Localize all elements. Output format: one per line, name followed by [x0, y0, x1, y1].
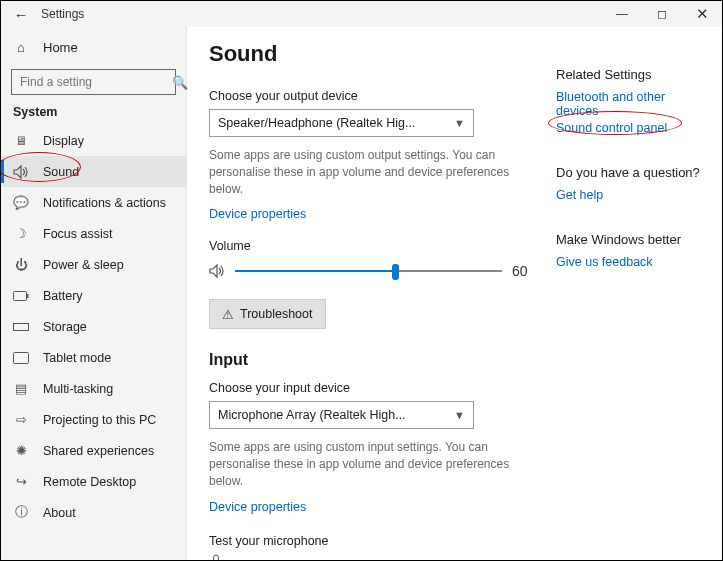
nav-item-tablet[interactable]: Tablet mode	[1, 342, 186, 373]
mic-test-label: Test your microphone	[209, 534, 532, 548]
sound-control-panel-link[interactable]: Sound control panel	[556, 121, 706, 135]
input-device-select[interactable]: Microphone Array (Realtek High... ▼	[209, 401, 474, 429]
output-device-select[interactable]: Speaker/Headphone (Realtek Hig... ▼	[209, 109, 474, 137]
close-button[interactable]: ✕	[682, 1, 722, 27]
output-device-label: Choose your output device	[209, 89, 532, 103]
nav-item-battery[interactable]: Battery	[1, 280, 186, 311]
svg-rect-0	[14, 291, 27, 300]
tablet-icon	[13, 352, 29, 364]
input-heading: Input	[209, 351, 532, 369]
better-title: Make Windows better	[556, 232, 706, 247]
nav-item-label: Storage	[43, 320, 87, 334]
nav-item-label: Focus assist	[43, 227, 112, 241]
volume-slider[interactable]	[235, 259, 502, 283]
display-icon: 🖥	[13, 134, 29, 148]
input-device-label: Choose your input device	[209, 381, 532, 395]
bluetooth-link[interactable]: Bluetooth and other devices	[556, 90, 706, 118]
nav-list: 🖥 Display Sound 💬 Notifications & action…	[1, 125, 186, 528]
home-icon: ⌂	[13, 40, 29, 55]
back-button[interactable]: ←	[1, 6, 41, 23]
nav-item-multitasking[interactable]: ▤ Multi-tasking	[1, 373, 186, 404]
nav-home[interactable]: ⌂ Home	[1, 33, 186, 61]
battery-icon	[13, 291, 29, 301]
nav-item-shared[interactable]: ✺ Shared experiences	[1, 435, 186, 466]
nav-item-notifications[interactable]: 💬 Notifications & actions	[1, 187, 186, 218]
nav-item-about[interactable]: ⓘ About	[1, 497, 186, 528]
get-help-link[interactable]: Get help	[556, 188, 706, 202]
input-hint: Some apps are using custom input setting…	[209, 439, 529, 489]
speaker-icon	[209, 264, 225, 278]
svg-rect-3	[14, 352, 29, 363]
nav-item-label: Battery	[43, 289, 83, 303]
storage-icon	[13, 323, 29, 331]
nav-item-label: Multi-tasking	[43, 382, 113, 396]
svg-rect-1	[27, 294, 29, 298]
output-hint: Some apps are using custom output settin…	[209, 147, 529, 197]
nav-item-label: Projecting to this PC	[43, 413, 156, 427]
nav-item-label: Shared experiences	[43, 444, 154, 458]
input-device-properties-link[interactable]: Device properties	[209, 500, 306, 514]
sidebar: ⌂ Home 🔍 System 🖥 Display Sound	[1, 27, 187, 560]
search-icon: 🔍	[172, 75, 188, 90]
nav-item-focus-assist[interactable]: ☽ Focus assist	[1, 218, 186, 249]
power-icon: ⏻	[13, 258, 29, 272]
maximize-button[interactable]: ◻	[642, 1, 682, 27]
feedback-link[interactable]: Give us feedback	[556, 255, 706, 269]
titlebar: ← Settings ― ◻ ✕	[1, 1, 722, 27]
category-label: System	[1, 105, 186, 125]
nav-item-label: Display	[43, 134, 84, 148]
right-panel: Related Settings Bluetooth and other dev…	[550, 27, 722, 560]
volume-value: 60	[512, 263, 532, 279]
nav-home-label: Home	[43, 40, 78, 55]
about-icon: ⓘ	[13, 504, 29, 521]
input-device-value: Microphone Array (Realtek High...	[218, 408, 406, 422]
output-device-value: Speaker/Headphone (Realtek Hig...	[218, 116, 415, 130]
nav-item-sound[interactable]: Sound	[1, 156, 186, 187]
share-icon: ✺	[13, 443, 29, 458]
minimize-button[interactable]: ―	[602, 1, 642, 27]
nav-item-display[interactable]: 🖥 Display	[1, 125, 186, 156]
content-area[interactable]: Sound Choose your output device Speaker/…	[187, 27, 550, 560]
search-input[interactable]	[18, 74, 172, 90]
output-device-properties-link[interactable]: Device properties	[209, 207, 306, 221]
page-title: Sound	[209, 41, 532, 67]
microphone-icon	[209, 554, 223, 560]
volume-label: Volume	[209, 239, 532, 253]
nav-item-label: Tablet mode	[43, 351, 111, 365]
nav-item-power[interactable]: ⏻ Power & sleep	[1, 249, 186, 280]
warning-icon: ⚠	[222, 307, 234, 322]
notifications-icon: 💬	[13, 195, 29, 210]
question-title: Do you have a question?	[556, 165, 706, 180]
chevron-down-icon: ▼	[454, 117, 465, 129]
nav-item-label: Sound	[43, 165, 79, 179]
svg-rect-4	[214, 555, 219, 560]
sound-icon	[13, 165, 29, 179]
settings-window: ← Settings ― ◻ ✕ ⌂ Home 🔍 System 🖥 Displ…	[0, 0, 723, 561]
nav-item-label: About	[43, 506, 76, 520]
focus-icon: ☽	[13, 226, 29, 241]
output-troubleshoot-button[interactable]: ⚠ Troubleshoot	[209, 299, 326, 329]
multitask-icon: ▤	[13, 381, 29, 396]
project-icon: ⇨	[13, 412, 29, 427]
nav-item-label: Notifications & actions	[43, 196, 166, 210]
search-box[interactable]: 🔍	[11, 69, 176, 95]
related-settings-title: Related Settings	[556, 67, 706, 82]
nav-item-label: Power & sleep	[43, 258, 124, 272]
nav-item-storage[interactable]: Storage	[1, 311, 186, 342]
nav-item-projecting[interactable]: ⇨ Projecting to this PC	[1, 404, 186, 435]
chevron-down-icon: ▼	[454, 409, 465, 421]
remote-icon: ↪	[13, 474, 29, 489]
output-troubleshoot-label: Troubleshoot	[240, 307, 313, 321]
window-title: Settings	[41, 7, 84, 21]
nav-item-label: Remote Desktop	[43, 475, 136, 489]
nav-item-remote[interactable]: ↪ Remote Desktop	[1, 466, 186, 497]
svg-rect-2	[14, 323, 29, 330]
